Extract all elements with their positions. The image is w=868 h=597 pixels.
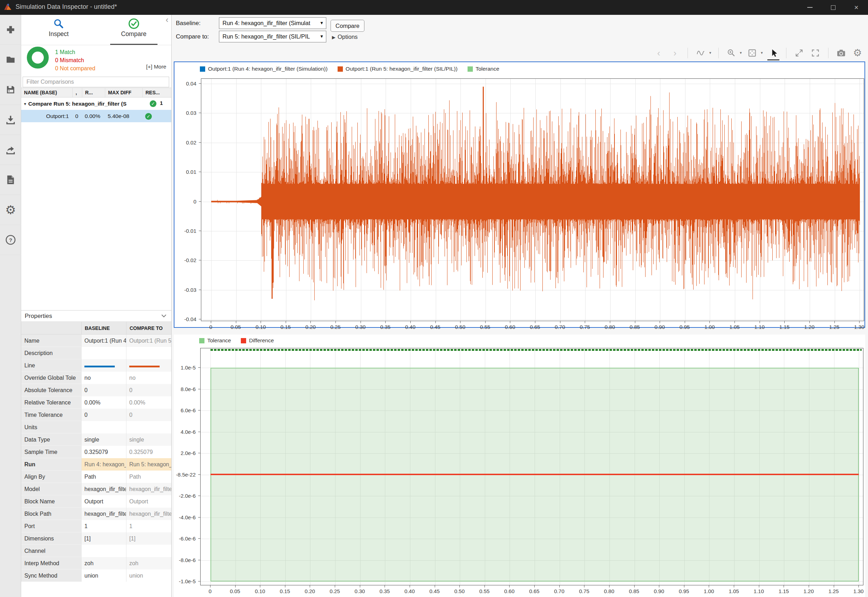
- property-row[interactable]: Time Tolerance00: [21, 409, 171, 421]
- x-tick-label: 0: [209, 324, 212, 330]
- preferences-button[interactable]: ⚙: [0, 195, 21, 225]
- chevron-down-icon[interactable]: ▾: [24, 101, 26, 106]
- dropdown-caret-icon[interactable]: ▾: [740, 50, 742, 55]
- property-row[interactable]: Port11: [21, 520, 171, 532]
- col-name[interactable]: NAME (BASE): [21, 88, 73, 97]
- maximize-button[interactable]: [821, 0, 845, 15]
- expand-plot-button[interactable]: [794, 47, 805, 59]
- pointer-tool-button[interactable]: [768, 47, 779, 59]
- property-compare-value: single: [126, 434, 171, 446]
- more-link[interactable]: [+] More: [146, 64, 166, 70]
- next-view-button[interactable]: ›: [669, 47, 680, 59]
- zoom-button[interactable]: [726, 47, 737, 59]
- property-row[interactable]: Dimensions[1][1]: [21, 532, 171, 545]
- property-row[interactable]: Align ByPathPath: [21, 471, 171, 483]
- y-tick-mark: [198, 496, 200, 496]
- x-tick-mark: [460, 321, 461, 323]
- property-row[interactable]: Modelhexagon_ifir_filterhexagon_ifir_fil…: [21, 483, 171, 495]
- collapse-sidebar-icon[interactable]: ‹: [166, 16, 169, 24]
- signal-comparison-chart[interactable]: Outport:1 (Run 4: hexagon_ifir_filter (S…: [174, 61, 865, 328]
- comparison-table-header[interactable]: NAME (BASE) , R... MAX DIFF RES...: [21, 88, 171, 98]
- property-row[interactable]: Line: [21, 359, 171, 371]
- save-button[interactable]: [0, 75, 21, 105]
- x-tick-mark: [459, 585, 460, 588]
- property-baseline-value: single: [81, 434, 126, 446]
- signal-plot-area[interactable]: [201, 79, 864, 321]
- legend-item[interactable]: Outport:1 (Run 4: hexagon_ifir_filter (S…: [200, 66, 328, 72]
- toolbar-divider: [828, 48, 828, 58]
- property-row[interactable]: Sample Time0.3250790.325079: [21, 446, 171, 458]
- legend-item[interactable]: Tolerance: [468, 66, 499, 72]
- dropdown-caret-icon: ▼: [320, 18, 324, 28]
- filter-comparisons-input[interactable]: [22, 77, 169, 87]
- difference-plot-area[interactable]: [200, 348, 864, 585]
- close-button[interactable]: ✕: [845, 0, 868, 15]
- tolerance-boundary-line: [210, 349, 862, 351]
- export-button[interactable]: [0, 135, 21, 165]
- property-row[interactable]: Interp Methodzohzoh: [21, 557, 171, 569]
- property-row[interactable]: Units: [21, 421, 171, 434]
- compare-to-dropdown[interactable]: Run 5: hexagon_ifir_filter (SIL/PIL ▼: [219, 31, 326, 42]
- property-label: Units: [21, 421, 81, 434]
- tab-inspect[interactable]: Inspect: [21, 15, 96, 45]
- property-compare-value: 0: [126, 384, 171, 397]
- x-tick-label: 0.45: [430, 324, 440, 330]
- property-row[interactable]: Absolute Tolerance00: [21, 384, 171, 397]
- comparison-group-row[interactable]: ▾ Compare Run 5: hexagon_ifir_filter (S …: [21, 98, 171, 110]
- y-tick-label: -8.5e-22: [176, 471, 196, 477]
- x-tick-mark: [609, 585, 610, 588]
- tab-compare[interactable]: Compare: [96, 15, 172, 45]
- property-row[interactable]: Description: [21, 347, 171, 359]
- property-row[interactable]: Data Typesinglesingle: [21, 434, 171, 446]
- difference-chart[interactable]: ToleranceDifference 00.050.100.150.200.2…: [174, 334, 865, 597]
- options-expander[interactable]: ▶Options: [332, 31, 358, 43]
- open-folder-button[interactable]: [0, 45, 21, 75]
- camera-icon: [836, 48, 846, 58]
- property-row[interactable]: RunRun 4: hexagon_ifir_filter (Simulatio…: [21, 458, 171, 471]
- property-row[interactable]: Channel: [21, 545, 171, 557]
- signal-trace-button[interactable]: [695, 47, 706, 59]
- baseline-dropdown[interactable]: Run 4: hexagon_ifir_filter (Simulat ▼: [219, 17, 326, 29]
- sidebar: Inspect Compare ‹ 1 Match 0 Mismatch 0 N…: [21, 15, 172, 597]
- col-rel[interactable]: R...: [82, 88, 105, 97]
- property-baseline-value: union: [81, 569, 126, 582]
- table-row[interactable]: Outport:1 0 0.00% 5.40e-08 ✓: [21, 110, 171, 122]
- new-button[interactable]: [0, 15, 21, 45]
- fullscreen-button[interactable]: [810, 47, 821, 59]
- compare-button[interactable]: Compare: [330, 20, 364, 32]
- dropdown-caret-icon[interactable]: ▾: [761, 50, 763, 55]
- col-result[interactable]: RES...: [142, 88, 172, 97]
- x-tick-mark: [310, 321, 311, 323]
- fit-to-view-button[interactable]: [747, 47, 758, 59]
- x-tick-label: 1.10: [754, 324, 764, 330]
- report-button[interactable]: [0, 165, 21, 195]
- property-row[interactable]: NameOutport:1 (Run 4: hexagon_ifir_filte…: [21, 334, 171, 347]
- minimize-button[interactable]: [798, 0, 821, 15]
- property-row[interactable]: Block NameOutportOutport: [21, 495, 171, 508]
- y-tick-label: 6.0e-6: [181, 407, 196, 413]
- y-tick-mark: [198, 517, 200, 518]
- import-button[interactable]: [0, 105, 21, 135]
- col-abs[interactable]: ,: [73, 88, 82, 97]
- property-row[interactable]: Override Global Tolenono: [21, 371, 171, 384]
- properties-rows: NameOutport:1 (Run 4: hexagon_ifir_filte…: [21, 334, 171, 582]
- property-row[interactable]: Relative Tolerance0.00%0.00%: [21, 397, 171, 409]
- x-tick-label: 1.05: [729, 324, 739, 330]
- legend-label: Difference: [249, 337, 274, 344]
- previous-view-button[interactable]: ‹: [653, 47, 664, 59]
- legend-item[interactable]: Difference: [241, 337, 274, 344]
- help-button[interactable]: ?: [0, 225, 21, 255]
- plot-settings-button[interactable]: ⚙: [852, 47, 863, 59]
- property-row[interactable]: Block Pathhexagon_ifir_filterhexagon_ifi…: [21, 508, 171, 520]
- property-baseline-value: [81, 359, 126, 371]
- y-tick-label: 0.03: [186, 110, 196, 116]
- col-maxdiff[interactable]: MAX DIFF: [105, 88, 142, 97]
- legend-item[interactable]: Tolerance: [199, 337, 231, 344]
- property-row[interactable]: Sync Methodunionunion: [21, 569, 171, 582]
- dropdown-caret-icon[interactable]: ▾: [709, 50, 711, 55]
- chart-legend: ToleranceDifference: [199, 337, 274, 344]
- x-tick-mark: [485, 321, 486, 323]
- snapshot-button[interactable]: [835, 47, 847, 59]
- properties-header[interactable]: Properties: [21, 310, 171, 322]
- legend-item[interactable]: Outport:1 (Run 5: hexagon_ifir_filter (S…: [338, 66, 458, 72]
